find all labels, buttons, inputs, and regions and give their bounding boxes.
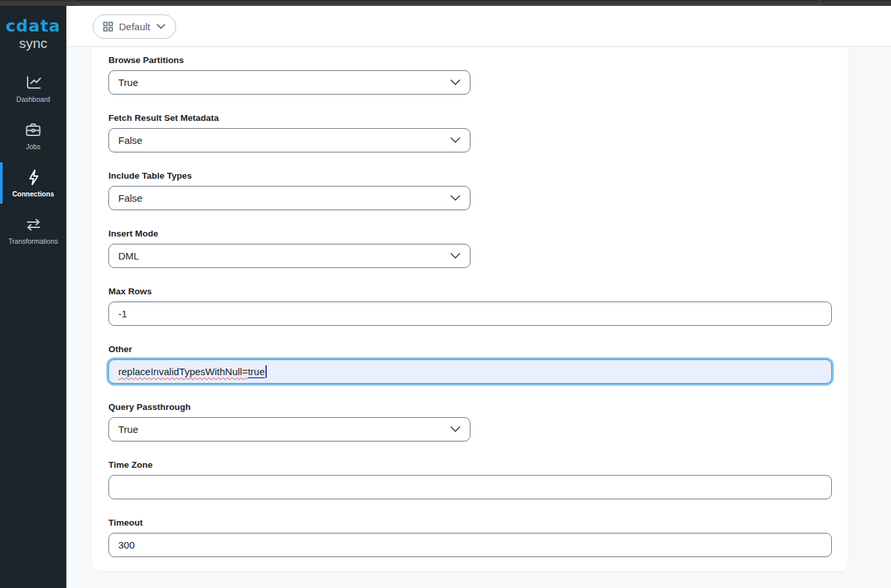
field-label: Max Rows xyxy=(108,286,832,297)
sidebar-item-transformations[interactable]: Transformations xyxy=(0,210,66,251)
input-value: 300 xyxy=(118,539,135,551)
sidebar-nav: Dashboard Jobs Connections xyxy=(0,68,66,251)
field-group-fetch-result-set-metadata: Fetch Result Set Metadata False xyxy=(108,113,832,152)
sidebar-item-label: Transformations xyxy=(9,237,58,245)
content-area: Browse Partitions True Fetch Result Set … xyxy=(66,47,891,588)
main-area: Default Browse Partitions True Fetch Res… xyxy=(66,6,891,588)
select-value: True xyxy=(118,77,138,88)
sidebar-item-label: Connections xyxy=(12,190,55,198)
field-group-insert-mode: Insert Mode DML xyxy=(108,229,832,268)
field-label: Include Table Types xyxy=(108,171,832,181)
logo-product-text: sync xyxy=(0,35,66,52)
sidebar-item-label: Jobs xyxy=(26,143,40,150)
chevron-down-icon xyxy=(450,426,461,432)
field-group-timeout: Timeout 300 xyxy=(108,518,832,557)
field-label: Time Zone xyxy=(108,460,832,470)
field-group-time-zone: Time Zone xyxy=(108,460,832,499)
field-group-include-table-types: Include Table Types False xyxy=(108,171,832,210)
select-value: False xyxy=(118,192,143,204)
browser-top-strip xyxy=(0,0,891,6)
fetch-result-set-metadata-select[interactable]: False xyxy=(108,128,470,152)
query-passthrough-select[interactable]: True xyxy=(108,417,470,441)
select-value: False xyxy=(118,135,143,146)
field-label: Other xyxy=(108,344,832,355)
max-rows-input[interactable]: -1 xyxy=(108,302,832,326)
sidebar-item-connections[interactable]: Connections xyxy=(0,162,66,204)
other-input[interactable]: replaceInvalidTypesWithNull=true xyxy=(108,359,832,384)
select-value: True xyxy=(118,424,138,435)
field-label: Browse Partitions xyxy=(108,55,832,66)
field-group-other: Other replaceInvalidTypesWithNull=true xyxy=(108,344,832,384)
lightning-bolt-icon xyxy=(24,168,43,187)
time-zone-input[interactable] xyxy=(108,475,832,499)
page-header: Default xyxy=(66,6,891,47)
app-logo: cdata sync xyxy=(0,6,66,52)
chevron-down-icon xyxy=(450,137,461,143)
browse-partitions-select[interactable]: True xyxy=(108,70,470,95)
line-chart-icon xyxy=(24,74,43,92)
sidebar-item-jobs[interactable]: Jobs xyxy=(0,115,66,156)
field-group-query-passthrough: Query Passthrough True xyxy=(108,402,832,441)
include-table-types-select[interactable]: False xyxy=(108,186,470,210)
field-label: Insert Mode xyxy=(108,229,832,239)
field-label: Fetch Result Set Metadata xyxy=(108,113,832,124)
swap-arrows-icon xyxy=(24,215,43,234)
chevron-down-icon xyxy=(156,24,166,30)
chevron-down-icon xyxy=(450,79,461,85)
input-value-spellchecked: replaceInvalidTypesWithNull= xyxy=(118,366,248,377)
input-value-underlined: true xyxy=(248,366,265,377)
field-group-max-rows: Max Rows -1 xyxy=(108,286,832,326)
workspace-selector-button[interactable]: Default xyxy=(93,14,176,39)
sidebar-item-label: Dashboard xyxy=(16,95,50,103)
sidebar-item-dashboard[interactable]: Dashboard xyxy=(0,68,66,109)
insert-mode-select[interactable]: DML xyxy=(108,244,470,268)
field-label: Timeout xyxy=(108,518,832,528)
field-group-browse-partitions: Browse Partitions True xyxy=(108,55,832,95)
select-value: DML xyxy=(118,250,139,261)
sidebar: cdata sync Dashboard Jobs xyxy=(0,6,66,588)
workspace-selector-label: Default xyxy=(119,21,150,32)
grid-icon xyxy=(103,22,113,32)
chevron-down-icon xyxy=(450,195,461,201)
input-value: -1 xyxy=(118,308,127,319)
field-label: Query Passthrough xyxy=(108,402,832,413)
browser-chrome-edge xyxy=(74,0,820,5)
chevron-down-icon xyxy=(450,253,461,259)
text-caret xyxy=(265,365,267,378)
logo-brand-text: cdata xyxy=(0,18,66,35)
connection-settings-card: Browse Partitions True Fetch Result Set … xyxy=(92,47,848,571)
timeout-input[interactable]: 300 xyxy=(108,533,832,557)
briefcase-icon xyxy=(24,121,43,139)
